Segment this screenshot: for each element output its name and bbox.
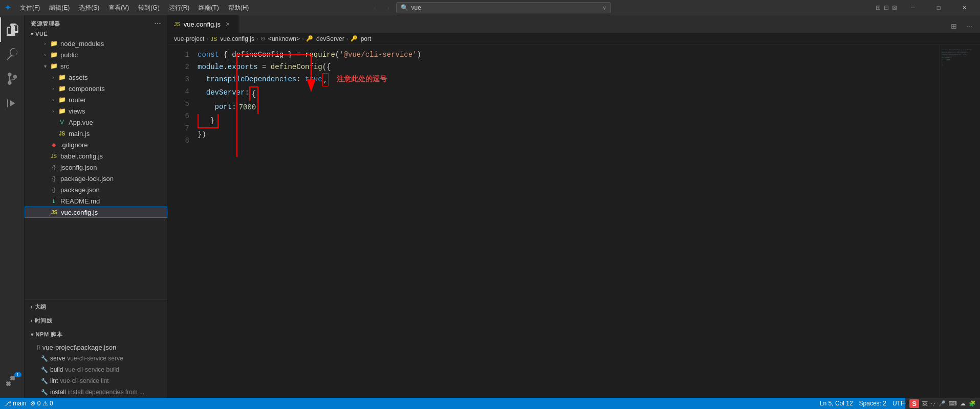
npm-install-name: install bbox=[50, 389, 66, 396]
tree-gitignore[interactable]: › ◆ .gitignore bbox=[25, 139, 167, 150]
npm-install-icon: 🔧 bbox=[41, 389, 48, 396]
tree-app-vue[interactable]: › V App.vue bbox=[25, 117, 167, 128]
lang-indicator[interactable]: 英 bbox=[922, 400, 928, 407]
layout-icon[interactable]: ⊞ bbox=[876, 4, 881, 11]
port-value-box: 7000 bbox=[236, 101, 259, 114]
close-button[interactable]: ✕ bbox=[952, 0, 976, 15]
back-button[interactable]: ‹ bbox=[369, 2, 381, 13]
extensions-badge: 1 bbox=[14, 372, 21, 377]
split-editor-icon[interactable]: ⊞ bbox=[947, 19, 961, 33]
sogou-icon: S bbox=[909, 399, 919, 408]
tree-router[interactable]: › 📁 router bbox=[25, 94, 167, 105]
tree-readme[interactable]: › ℹ README.md bbox=[25, 195, 167, 207]
activity-source-control[interactable] bbox=[0, 66, 25, 91]
tree-root-vue[interactable]: ▾ VUE bbox=[25, 30, 167, 38]
tree-views[interactable]: › 📁 views bbox=[25, 105, 167, 117]
npm-package-file[interactable]: {} vue-project\package.json bbox=[25, 342, 167, 353]
npm-script-lint[interactable]: 🔧 lint vue-cli-service lint bbox=[25, 375, 167, 387]
breadcrumb-file[interactable]: vue.config.js bbox=[220, 35, 254, 42]
cloud-icon[interactable]: ☁ bbox=[960, 400, 966, 407]
npm-script-build[interactable]: 🔧 build vue-cli-service build bbox=[25, 364, 167, 375]
system-tray: S 英 ·,· 🎤 ⌨ ☁ 🧩 bbox=[905, 398, 980, 409]
tree-babel-config[interactable]: › JS babel.config.js bbox=[25, 150, 167, 162]
errors-count[interactable]: ⊗ 0 ⚠ 0 bbox=[30, 400, 53, 407]
tab-vue-config[interactable]: JS vue.config.js × bbox=[168, 15, 238, 33]
forward-button[interactable]: › bbox=[383, 2, 394, 13]
devserver-box-open: { bbox=[249, 86, 258, 101]
tree-node-modules[interactable]: › 📁 node_modules bbox=[25, 38, 167, 49]
menu-help[interactable]: 帮助(H) bbox=[224, 3, 253, 13]
menu-bar: 文件(F) 编辑(E) 选择(S) 查看(V) 转到(G) 运行(R) 终端(T… bbox=[16, 3, 253, 13]
code-line-4: devServer : { bbox=[198, 86, 939, 101]
menu-terminal[interactable]: 终端(T) bbox=[194, 3, 223, 13]
npm-build-name: build bbox=[50, 366, 63, 373]
vscode-logo-icon: ✦ bbox=[4, 2, 12, 13]
activity-explorer[interactable] bbox=[0, 17, 25, 42]
outline-label: 大纲 bbox=[35, 303, 47, 311]
breadcrumb-devserver[interactable]: devServer bbox=[316, 35, 344, 42]
timeline-label: 时间线 bbox=[35, 317, 53, 325]
breadcrumb-project[interactable]: vue-project bbox=[174, 35, 204, 42]
npm-lint-cmd: vue-cli-service lint bbox=[60, 377, 108, 384]
tree-public[interactable]: › 📁 public bbox=[25, 49, 167, 60]
tab-js-icon: JS bbox=[174, 21, 181, 27]
breadcrumb-unknown[interactable]: <unknown> bbox=[268, 35, 300, 42]
keyboard-icon[interactable]: ⌨ bbox=[949, 400, 957, 407]
tree-package-lock[interactable]: › {} package-lock.json bbox=[25, 173, 167, 184]
grid-icon[interactable]: ⊠ bbox=[892, 4, 897, 11]
tree-assets[interactable]: › 📁 assets bbox=[25, 72, 167, 83]
npm-script-serve[interactable]: 🔧 serve vue-cli-service serve ⚙ ▶ bbox=[25, 353, 167, 364]
npm-scripts-toggle[interactable]: ▾ NPM 脚本 bbox=[25, 328, 167, 342]
tree-jsconfig[interactable]: › {} jsconfig.json bbox=[25, 162, 167, 173]
npm-serve-gear[interactable]: ⚙ bbox=[151, 355, 157, 362]
sidebar-header: 资源管理器 ··· bbox=[25, 15, 167, 30]
timeline-toggle[interactable]: › 时间线 bbox=[25, 314, 167, 328]
tab-label: vue.config.js bbox=[184, 20, 221, 28]
sidebar-menu-icon[interactable]: ··· bbox=[155, 19, 161, 28]
status-bar: ⎇ main ⊗ 0 ⚠ 0 Ln 5, Col 12 Spaces: 2 UT… bbox=[0, 398, 980, 409]
maximize-button[interactable]: □ bbox=[927, 0, 950, 15]
menu-run[interactable]: 运行(R) bbox=[165, 3, 194, 13]
spaces[interactable]: Spaces: 2 bbox=[859, 400, 886, 407]
code-line-5: port : 7000 bbox=[198, 101, 939, 114]
menu-view[interactable]: 查看(V) bbox=[104, 3, 133, 13]
breadcrumb-js-icon: JS bbox=[210, 36, 217, 42]
devserver-box-close: } bbox=[198, 114, 219, 128]
activity-run[interactable] bbox=[0, 91, 25, 116]
activity-extensions[interactable]: 1 bbox=[0, 369, 25, 394]
npm-script-install[interactable]: 🔧 install install dependencies from ... bbox=[25, 387, 167, 398]
npm-serve-run[interactable]: ▶ bbox=[159, 355, 163, 362]
minimize-button[interactable]: ─ bbox=[901, 0, 925, 15]
breadcrumb-port[interactable]: port bbox=[361, 35, 372, 42]
menu-select[interactable]: 选择(S) bbox=[75, 3, 103, 13]
npm-serve-cmd: vue-cli-service serve bbox=[67, 355, 123, 362]
split-icon[interactable]: ⊟ bbox=[884, 4, 889, 11]
npm-serve-icon: 🔧 bbox=[41, 355, 48, 362]
sidebar: 资源管理器 ··· ▾ VUE › 📁 node_modules › 📁 pub… bbox=[25, 15, 168, 398]
tree-components[interactable]: › 📁 components bbox=[25, 83, 167, 94]
tree-vue-config[interactable]: › JS vue.config.js bbox=[25, 207, 167, 218]
line-col[interactable]: Ln 5, Col 12 bbox=[820, 400, 853, 407]
tab-close-button[interactable]: × bbox=[224, 20, 232, 28]
tab-bar: JS vue.config.js × ⊞ ··· bbox=[168, 15, 980, 33]
tree-package-json[interactable]: › {} package.json bbox=[25, 184, 167, 195]
dot-indicator: ·,· bbox=[931, 400, 935, 406]
tree-src[interactable]: ▾ 📁 src bbox=[25, 60, 167, 72]
activity-bar: 1 bbox=[0, 15, 25, 398]
menu-edit[interactable]: 编辑(E) bbox=[45, 3, 74, 13]
mic-icon[interactable]: 🎤 bbox=[939, 400, 946, 407]
activity-search[interactable] bbox=[0, 42, 25, 66]
menu-goto[interactable]: 转到(G) bbox=[134, 3, 163, 13]
git-branch[interactable]: ⎇ main bbox=[4, 400, 26, 407]
npm-scripts-label: NPM 脚本 bbox=[36, 331, 63, 338]
line-numbers: 1 2 3 4 5 6 7 8 bbox=[168, 44, 193, 398]
more-tabs-icon[interactable]: ··· bbox=[963, 19, 976, 33]
code-area[interactable]: const { defineConfig } = require ( '@vue… bbox=[193, 44, 939, 398]
sidebar-title: 资源管理器 bbox=[31, 20, 60, 28]
tree-main-js[interactable]: › JS main.js bbox=[25, 128, 167, 139]
main-layout: 1 资源管理器 ··· ▾ VUE › 📁 node_modules › � bbox=[0, 15, 980, 398]
puzzle-icon[interactable]: 🧩 bbox=[969, 400, 976, 407]
search-input-box[interactable]: 🔍 vue ∨ bbox=[396, 2, 611, 13]
menu-file[interactable]: 文件(F) bbox=[16, 3, 44, 13]
outline-toggle[interactable]: › 大纲 bbox=[25, 300, 167, 314]
